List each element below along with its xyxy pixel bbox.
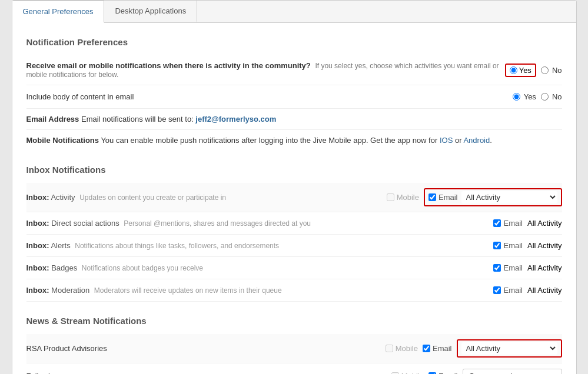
inbox-alerts-email-label[interactable]: Email — [493, 241, 523, 250]
inbox-direct-social-desc: Personal @mentions, shares and messages … — [124, 219, 311, 228]
no-radio-group: No — [541, 66, 562, 75]
ios-link[interactable]: IOS — [440, 136, 453, 145]
include-body-yes-label[interactable]: Yes — [524, 92, 536, 101]
rsa-advisories-mobile-checkbox[interactable] — [386, 345, 393, 352]
inbox-activity-mobile-label[interactable]: Mobile — [387, 193, 419, 202]
following-mobile-label[interactable]: Mobile — [391, 372, 424, 374]
news-stream-title: News & Stream Notifications — [26, 316, 562, 326]
receive-email-row: Receive email or mobile notifications wh… — [26, 55, 562, 85]
include-body-yes-radio[interactable] — [513, 93, 520, 101]
inbox-alerts-label: Inbox: Alerts Notifications about things… — [26, 241, 494, 250]
rsa-advisories-text: RSA Product Advisories — [26, 344, 107, 353]
inbox-direct-social-label: Inbox: Direct social actions Personal @m… — [26, 219, 494, 228]
rsa-advisories-select-highlight: All Activity Immediate Daily Digest Once… — [457, 339, 562, 358]
inbox-badges-email-label[interactable]: Email — [493, 263, 523, 272]
inbox-badges-desc: Notifications about badges you receive — [82, 264, 203, 272]
mobile-notifications-desc-text: You can enable mobile push notifications… — [101, 136, 437, 145]
following-select[interactable]: Once-a-week summary All Activity Immedia… — [463, 369, 562, 374]
include-body-no-label[interactable]: No — [552, 92, 562, 101]
include-body-no-group: No — [541, 92, 562, 101]
email-address-label: Email Address — [26, 115, 79, 123]
inbox-activity-email-highlight: Email All Activity Immediate Daily Diges… — [424, 188, 562, 206]
inbox-alerts-row: Inbox: Alerts Notifications about things… — [26, 235, 562, 257]
email-address-value: jeff2@formerlyso.com — [195, 115, 276, 123]
include-body-no-radio[interactable] — [541, 93, 549, 101]
email-address-row: Email Address Email notifications will b… — [26, 109, 562, 130]
inbox-activity-sub: Activity — [51, 193, 75, 202]
rsa-advisories-controls: Mobile Email All Activity Immediate Dail… — [386, 339, 562, 358]
or-separator: or — [455, 136, 463, 145]
rsa-advisories-email-checkbox[interactable] — [423, 345, 430, 352]
inbox-moderation-category: Inbox: — [26, 286, 49, 295]
following-controls: Mobile Email Once-a-week summary All Act… — [391, 369, 562, 374]
mobile-notifications-row: Mobile Notifications You can enable mobi… — [26, 130, 562, 151]
inbox-badges-category: Inbox: — [26, 263, 49, 272]
receive-email-no-label[interactable]: No — [552, 66, 562, 75]
yes-radio-highlight: Yes — [505, 64, 536, 77]
inbox-direct-social-email-label[interactable]: Email — [493, 219, 523, 228]
inbox-moderation-sub: Moderation — [51, 286, 89, 295]
inbox-moderation-row: Inbox: Moderation Moderators will receiv… — [26, 279, 562, 302]
inbox-activity-desc: Updates on content you create or partici… — [79, 193, 226, 202]
inbox-alerts-activity: All Activity — [527, 241, 562, 250]
receive-email-yes-label[interactable]: Yes — [519, 66, 531, 75]
inbox-activity-email-label[interactable]: Email — [428, 193, 458, 202]
include-body-yes-group: Yes — [513, 92, 536, 101]
inbox-direct-social-email-checkbox[interactable] — [493, 219, 501, 227]
tab-desktop-applications[interactable]: Desktop Applications — [104, 1, 197, 22]
email-address-desc-text: Email notifications will be sent to: — [81, 115, 194, 123]
inbox-activity-category: Inbox: — [26, 193, 49, 202]
inbox-moderation-email-label[interactable]: Email — [493, 286, 523, 295]
inbox-moderation-activity: All Activity — [527, 286, 562, 295]
inbox-activity-email-checkbox[interactable] — [428, 193, 436, 201]
rsa-advisories-select[interactable]: All Activity Immediate Daily Digest Once… — [461, 342, 557, 355]
inbox-badges-sub: Badges — [51, 263, 77, 272]
include-body-label: Include body of content in email — [26, 92, 513, 101]
inbox-activity-controls: Mobile Email All Activity Immediate Dail… — [387, 188, 562, 206]
receive-email-no-radio[interactable] — [541, 66, 549, 74]
inbox-alerts-controls: Email All Activity — [493, 241, 562, 250]
inbox-direct-social-sub: Direct social actions — [51, 219, 119, 228]
notification-preferences-title: Notification Preferences — [26, 37, 562, 47]
receive-email-yes-radio[interactable] — [510, 66, 517, 74]
inbox-direct-social-controls: Email All Activity — [493, 219, 562, 228]
rsa-advisories-label: RSA Product Advisories — [26, 344, 386, 353]
inbox-activity-label: Inbox: Activity Updates on content you c… — [26, 193, 387, 202]
inbox-moderation-controls: Email All Activity — [493, 286, 562, 295]
following-email-label[interactable]: Email — [428, 372, 458, 374]
tab-general-preferences[interactable]: General Preferences — [12, 1, 105, 23]
inbox-moderation-email-checkbox[interactable] — [493, 286, 501, 294]
inbox-badges-controls: Email All Activity — [493, 263, 562, 272]
inbox-moderation-label: Inbox: Moderation Moderators will receiv… — [26, 286, 494, 295]
following-row: Following Mobile Email Once-a-week summa… — [26, 363, 562, 374]
inbox-activity-select[interactable]: All Activity Immediate Daily Digest Once… — [461, 191, 557, 203]
following-text: Following — [26, 372, 59, 374]
rsa-advisories-mobile-label[interactable]: Mobile — [386, 344, 418, 353]
main-container: General Preferences Desktop Applications… — [12, 0, 577, 374]
include-body-row: Include body of content in email Yes No — [26, 85, 562, 109]
inbox-alerts-desc: Notifications about things like tasks, f… — [75, 242, 279, 250]
include-body-controls: Yes No — [513, 92, 562, 101]
inbox-direct-social-activity: All Activity — [527, 219, 562, 228]
inbox-alerts-sub: Alerts — [51, 241, 70, 250]
inbox-badges-row: Inbox: Badges Notifications about badges… — [26, 257, 562, 279]
receive-email-controls: Yes No — [505, 64, 562, 77]
inbox-moderation-desc: Moderators will receive updates on new i… — [94, 286, 282, 295]
mobile-notifications-label: Mobile Notifications — [26, 136, 99, 145]
inbox-badges-email-checkbox[interactable] — [493, 264, 501, 272]
inbox-activity-mobile-checkbox[interactable] — [387, 193, 394, 201]
inbox-alerts-email-checkbox[interactable] — [493, 242, 501, 249]
android-link[interactable]: Android — [463, 136, 490, 145]
following-label: Following — [26, 372, 391, 374]
inbox-direct-social-category: Inbox: — [26, 219, 49, 228]
inbox-badges-label: Inbox: Badges Notifications about badges… — [26, 263, 494, 272]
inbox-direct-social-row: Inbox: Direct social actions Personal @m… — [26, 212, 562, 235]
inbox-activity-row: Inbox: Activity Updates on content you c… — [26, 183, 562, 212]
rsa-advisories-email-label[interactable]: Email — [423, 344, 452, 353]
receive-email-label: Receive email or mobile notifications wh… — [26, 61, 505, 79]
inbox-badges-activity: All Activity — [527, 263, 562, 272]
inbox-notifications-title: Inbox Notifications — [26, 165, 562, 175]
inbox-alerts-category: Inbox: — [26, 241, 49, 250]
tabs-bar: General Preferences Desktop Applications — [12, 1, 576, 23]
rsa-advisories-row: RSA Product Advisories Mobile Email All … — [26, 334, 562, 363]
